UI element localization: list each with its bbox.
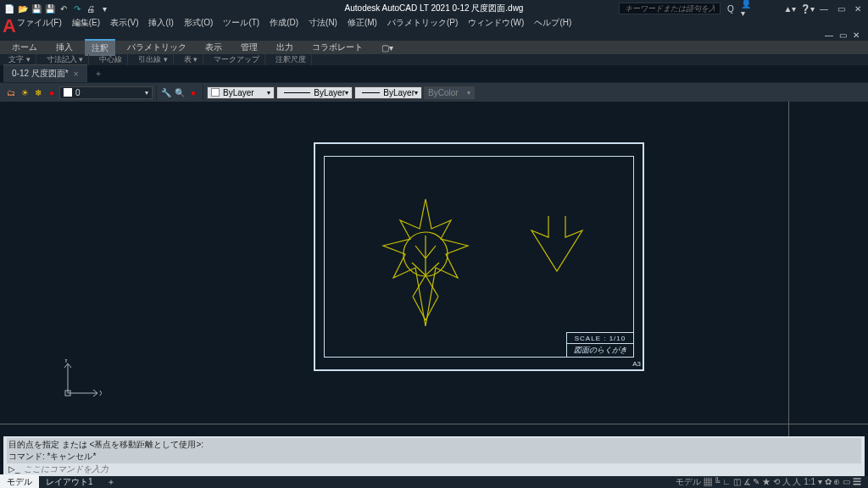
new-icon[interactable]: 📄	[3, 3, 15, 14]
app-logo[interactable]: A	[2, 14, 17, 39]
undo-icon[interactable]: ↶	[58, 3, 70, 14]
menu-item[interactable]: ヘルプ(H)	[534, 17, 571, 29]
properties-toolbar: 🗂 ☀ ❄ ● 0 ▾ 🔧 🔍 ● ByLayer ▾ ByLayer ▾ By…	[0, 82, 868, 103]
menu-item[interactable]: 形式(O)	[184, 17, 213, 29]
ribbon-panel[interactable]: 中心線	[94, 54, 128, 65]
layer-filter-icon[interactable]: 🔍	[174, 86, 186, 98]
close-icon[interactable]: ✕	[851, 3, 865, 14]
ribbon-tab[interactable]: コラボレート	[305, 40, 370, 55]
chevron-down-icon: ▾	[267, 89, 270, 97]
chevron-down-icon: ▾	[415, 89, 418, 97]
open-icon[interactable]: 📂	[17, 3, 29, 14]
ribbon-panel[interactable]: マークアップ	[209, 54, 265, 65]
ribbon-panels: 文字 ▾ 寸法記入 ▾ 中心線 引出線 ▾ 表 ▾ マークアップ 注釈尺度	[0, 54, 868, 65]
linetype-dropdown[interactable]: ByLayer ▾	[276, 86, 353, 99]
ribbon-tab[interactable]: 管理	[234, 40, 264, 55]
menu-item[interactable]: 修正(M)	[348, 17, 377, 29]
ribbon-panel[interactable]: 注釈尺度	[270, 54, 312, 65]
layer-states-icon[interactable]: 🔧	[160, 86, 172, 98]
layer-color-swatch	[64, 88, 72, 97]
command-prompt[interactable]: ▷_	[7, 463, 861, 474]
title-cell: 図面のらくがき	[566, 344, 634, 358]
maximize-icon[interactable]: ▭	[834, 3, 848, 14]
menu-item[interactable]: ツール(T)	[223, 17, 259, 29]
lineweight-label: ByLayer	[383, 88, 415, 97]
share-icon[interactable]: ▲▾	[783, 3, 797, 14]
layer-freeze-icon[interactable]: ❄	[32, 86, 44, 98]
lineweight-dropdown[interactable]: ByLayer ▾	[354, 86, 422, 99]
layer-name: 0	[75, 88, 81, 97]
layout-tab-model[interactable]: モデル	[0, 474, 39, 488]
ucs-icon: X Y	[59, 359, 102, 403]
doc-close-icon[interactable]: ✕	[849, 29, 863, 41]
layout-tabs: モデル レイアウト1 ＋	[0, 474, 122, 488]
model-canvas[interactable]: X Y SCALE : 1/10 図面のらくがき A3	[0, 102, 868, 454]
plotstyle-label: ByColor	[428, 88, 459, 97]
search-input[interactable]	[619, 3, 721, 14]
menu-item[interactable]: ファイル(F)	[17, 17, 62, 29]
saveas-icon[interactable]: 💾	[44, 3, 56, 14]
tab-close-icon[interactable]: ×	[74, 69, 79, 79]
menu-item[interactable]: 作成(D)	[270, 17, 298, 29]
help-icon[interactable]: ❔▾	[800, 3, 814, 14]
layer-sun-icon[interactable]: ☀	[19, 86, 31, 98]
chevron-down-icon: ▾	[345, 89, 348, 97]
minimize-icon[interactable]: —	[817, 3, 831, 14]
document-tab-label: 0-12 尺度図面*	[12, 68, 69, 80]
status-toggles[interactable]: モデル ▦ ╚ ∟ ◫ ∡ ✎ ★ ⟲ 人 人 1:1 ▾ ✿ ⊕ ▭ ☰	[676, 476, 868, 488]
paper-frame: SCALE : 1/10 図面のらくがき A3	[314, 142, 644, 371]
sub-strip: — ▭ ✕	[0, 29, 868, 41]
ribbon-tab[interactable]: パラメトリック	[120, 40, 193, 55]
save-icon[interactable]: 💾	[31, 3, 42, 14]
menu-item[interactable]: 挿入(I)	[148, 17, 173, 29]
scale-cell: SCALE : 1/10	[566, 332, 634, 344]
print-icon[interactable]: 🖨	[85, 3, 97, 14]
ribbon-tab[interactable]: ホーム	[5, 40, 44, 55]
drawing-arrow	[527, 212, 587, 280]
menu-item[interactable]: パラメトリック(P)	[387, 17, 458, 29]
layer-prop-icon[interactable]: 🗂	[5, 86, 17, 98]
ribbon-tab[interactable]: 注釈	[85, 39, 115, 56]
drawing-border	[324, 156, 634, 358]
ribbon-extra-icon[interactable]: ▢▾	[375, 42, 400, 54]
cmd-history-line: 目的点を指定 または <基点を移動距離として使用>:	[8, 439, 860, 451]
doc-restore-icon[interactable]: ▭	[836, 29, 849, 41]
color-swatch	[211, 88, 220, 97]
menu-item[interactable]: ウィンドウ(W)	[468, 17, 524, 29]
sheet-size: A3	[632, 360, 641, 368]
menu-item[interactable]: 寸法(N)	[309, 17, 337, 29]
menu-item[interactable]: 表示(V)	[110, 17, 138, 29]
layout-tab-1[interactable]: レイアウト1	[39, 474, 100, 488]
cmd-history-line: コマンド: *キャンセル*	[8, 451, 860, 463]
layer-lock-icon[interactable]: ●	[46, 86, 58, 98]
ribbon-tabs: ホーム 挿入 注釈 パラメトリック 表示 管理 出力 コラボレート ▢▾	[0, 41, 868, 54]
cmd-icon: ▷_	[8, 464, 20, 474]
color-dropdown[interactable]: ByLayer ▾	[207, 86, 275, 99]
layer-match-icon[interactable]: ●	[187, 86, 199, 98]
window-title: Autodesk AutoCAD LT 2021 0-12 尺度図面.dwg	[345, 3, 524, 14]
layer-dropdown[interactable]: 0 ▾	[59, 86, 153, 99]
title-block: SCALE : 1/10 図面のらくがき	[566, 332, 634, 358]
crosshair-horizontal	[0, 424, 868, 424]
menu-item[interactable]: 編集(E)	[72, 17, 100, 29]
command-input[interactable]	[24, 464, 860, 474]
doc-minimize-icon[interactable]: —	[822, 29, 836, 41]
ribbon-tab[interactable]: 表示	[198, 40, 229, 55]
ribbon-panel[interactable]: 引出線 ▾	[133, 54, 174, 65]
ribbon-tab[interactable]: 出力	[270, 40, 300, 55]
add-tab-button[interactable]: ＋	[87, 65, 109, 82]
search-icon[interactable]: Q	[724, 3, 737, 14]
status-bar: モデル レイアウト1 ＋ モデル ▦ ╚ ∟ ◫ ∡ ✎ ★ ⟲ 人 人 1:1…	[0, 476, 868, 488]
signin-icon[interactable]: 👤▾	[741, 3, 754, 14]
dropdown-icon[interactable]: ▾	[98, 3, 110, 14]
linetype-label: ByLayer	[314, 88, 345, 97]
add-layout-icon[interactable]: ＋	[100, 474, 122, 488]
document-tab[interactable]: 0-12 尺度図面* ×	[3, 64, 87, 82]
main-menu: ファイル(F) 編集(E) 表示(V) 挿入(I) 形式(O) ツール(T) 作…	[0, 17, 868, 29]
redo-icon[interactable]: ↷	[71, 3, 83, 14]
plotstyle-dropdown[interactable]: ByColor ▾	[424, 86, 475, 99]
ribbon-panel[interactable]: 表 ▾	[179, 54, 204, 65]
chevron-down-icon: ▾	[467, 89, 470, 97]
ribbon-tab[interactable]: 挿入	[49, 40, 80, 55]
svg-text:Y: Y	[64, 359, 69, 364]
